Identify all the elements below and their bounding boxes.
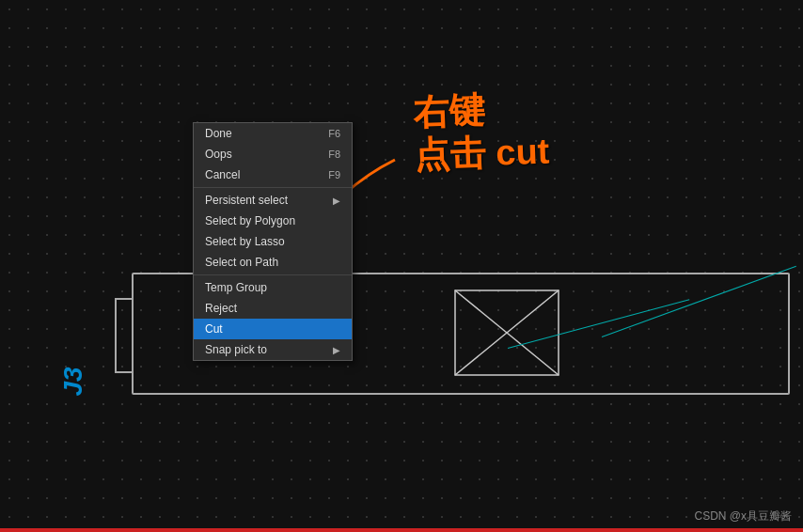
menu-item-select-lasso-label: Select by Lasso (205, 235, 285, 248)
menu-item-oops-label: Oops (205, 148, 232, 161)
submenu-arrow-persistent: ▶ (333, 196, 340, 206)
menu-item-temp-group-label: Temp Group (205, 281, 267, 294)
menu-item-cut-label: Cut (205, 322, 223, 336)
pcb-tab (115, 298, 134, 373)
menu-item-reject[interactable]: Reject (194, 298, 352, 319)
menu-item-cancel-label: Cancel (205, 168, 240, 181)
menu-item-temp-group[interactable]: Temp Group (194, 277, 352, 298)
menu-separator-1 (194, 187, 352, 188)
menu-item-select-lasso[interactable]: Select by Lasso (194, 231, 352, 252)
menu-item-cancel-shortcut: F9 (328, 169, 340, 180)
component-box-svg (453, 289, 561, 378)
menu-item-select-polygon-label: Select by Polygon (205, 214, 295, 227)
watermark: CSDN @x具豆瓣酱 (694, 509, 792, 524)
menu-item-select-path-label: Select on Path (205, 256, 278, 269)
component-label: J3 (58, 367, 88, 396)
annotation-line2: 点击 cut (414, 130, 550, 178)
menu-item-cut[interactable]: Cut (194, 319, 352, 339)
menu-item-snap-pick-label: Snap pick to (205, 343, 267, 356)
canvas-area: J3 Done F6 Oops F8 Cancel F9 Persistent … (0, 0, 803, 532)
bottom-border (0, 528, 803, 532)
menu-item-done[interactable]: Done F6 (194, 123, 352, 144)
context-menu: Done F6 Oops F8 Cancel F9 Persistent sel… (193, 122, 353, 361)
menu-item-oops[interactable]: Oops F8 (194, 144, 352, 164)
menu-item-done-label: Done (205, 127, 232, 140)
menu-item-select-path[interactable]: Select on Path (194, 252, 352, 273)
menu-item-cancel[interactable]: Cancel F9 (194, 164, 352, 185)
menu-item-oops-shortcut: F8 (328, 149, 340, 160)
annotation-line1: 右键 (412, 87, 548, 135)
menu-item-persistent-select[interactable]: Persistent select ▶ (194, 190, 352, 211)
submenu-arrow-snap: ▶ (333, 345, 340, 355)
annotation-text: 右键 点击 cut (412, 87, 550, 178)
menu-item-snap-pick[interactable]: Snap pick to ▶ (194, 339, 352, 360)
menu-item-persistent-select-label: Persistent select (205, 194, 288, 207)
menu-item-reject-label: Reject (205, 302, 237, 315)
menu-item-select-polygon[interactable]: Select by Polygon (194, 211, 352, 231)
menu-item-done-shortcut: F6 (328, 128, 340, 139)
menu-separator-2 (194, 274, 352, 275)
